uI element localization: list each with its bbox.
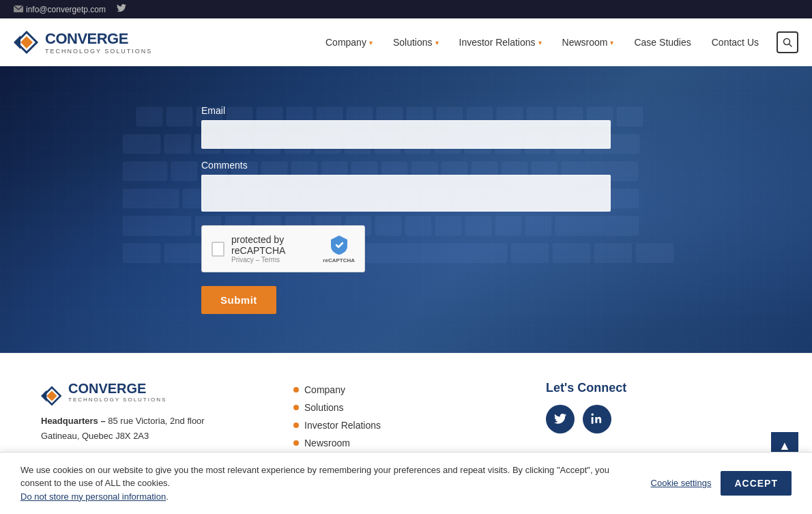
comments-group: Comments — [201, 160, 611, 214]
navigation: CONVERGE TECHNOLOGY SOLUTIONS Company ▾ … — [0, 18, 812, 66]
svg-rect-22 — [617, 107, 643, 126]
top-bar: info@convergetp.com — [0, 0, 812, 18]
svg-rect-54 — [123, 189, 179, 208]
svg-marker-92 — [41, 390, 46, 402]
svg-marker-2 — [20, 36, 33, 48]
svg-rect-7 — [166, 107, 192, 126]
bullet-icon — [293, 405, 299, 410]
recaptcha-logo: reCAPTCHA — [323, 234, 355, 263]
logo-name: CONVERGE — [45, 30, 152, 48]
logo-sub: TECHNOLOGY SOLUTIONS — [45, 48, 152, 55]
svg-rect-83 — [164, 244, 202, 263]
recaptcha-text-block: protected by reCAPTCHA Privacy – Terms — [231, 234, 323, 263]
cookie-banner: We use cookies on our website to give yo… — [0, 452, 812, 515]
twitter-top-icon — [117, 4, 126, 14]
email-group: Email — [201, 105, 611, 149]
chevron-down-icon: ▾ — [369, 39, 373, 46]
footer-logo-icon — [41, 385, 63, 407]
connect-title: Let's Connect — [546, 381, 771, 395]
nav-item-newsroom[interactable]: Newsroom ▾ — [554, 31, 622, 53]
svg-marker-91 — [46, 390, 57, 401]
search-button[interactable] — [777, 31, 798, 53]
recaptcha-privacy-link[interactable]: Privacy — [231, 256, 254, 263]
chevron-down-icon: ▾ — [538, 39, 542, 46]
footer-address: Headquarters – 85 rue Victoria, 2nd floo… — [41, 414, 266, 444]
svg-rect-68 — [123, 216, 191, 235]
twitter-top-link[interactable] — [117, 4, 126, 14]
submit-button[interactable]: Submit — [201, 286, 276, 314]
svg-rect-23 — [123, 134, 160, 154]
recaptcha-sub-links: Privacy – Terms — [231, 256, 323, 263]
chevron-down-icon: ▾ — [435, 39, 439, 46]
email-text: info@convergetp.com — [26, 5, 106, 14]
footer-logo-sub: TECHNOLOGY SOLUTIONS — [68, 397, 166, 403]
nav-item-company[interactable]: Company ▾ — [317, 31, 381, 53]
recaptcha-terms-link[interactable]: Terms — [261, 256, 280, 263]
twitter-icon — [554, 414, 566, 425]
footer-nav-newsroom[interactable]: Newsroom — [293, 434, 519, 452]
nav-item-contact-us[interactable]: Contact Us — [704, 31, 767, 53]
email-label: Email — [201, 105, 611, 116]
recaptcha-main-text: protected by reCAPTCHA — [231, 234, 323, 256]
contact-form: Email Comments protected by reCAPTCHA Pr… — [201, 91, 611, 328]
footer-nav-solutions[interactable]: Solutions — [293, 399, 519, 416]
nav-item-solutions[interactable]: Solutions ▾ — [385, 31, 447, 53]
footer-nav-investor[interactable]: Investor Relations — [293, 416, 519, 434]
svg-rect-82 — [123, 244, 160, 263]
nav-links: Company ▾ Solutions ▾ Investor Relations… — [317, 31, 798, 53]
email-icon — [14, 5, 23, 14]
recaptcha-dash: – — [256, 256, 260, 263]
linkedin-icon — [591, 413, 603, 425]
email-input[interactable] — [201, 120, 611, 149]
footer-nav-company[interactable]: Company — [293, 381, 519, 399]
bullet-icon — [293, 387, 299, 392]
personal-info-link[interactable]: Do not store my personal information — [20, 491, 166, 502]
bullet-icon — [293, 440, 299, 446]
recaptcha-brand-label: reCAPTCHA — [323, 257, 355, 263]
hq-label: Headquarters – — [41, 416, 106, 426]
recaptcha-left: protected by reCAPTCHA Privacy – Terms — [212, 234, 323, 263]
social-icons — [546, 405, 771, 433]
bullet-icon — [293, 423, 299, 428]
accept-button[interactable]: ACCEPT — [721, 471, 792, 496]
email-link[interactable]: info@convergetp.com — [14, 5, 106, 14]
comments-label: Comments — [201, 160, 611, 171]
linkedin-link[interactable] — [583, 405, 611, 433]
hero-section: Email Comments protected by reCAPTCHA Pr… — [0, 66, 812, 353]
comments-input[interactable] — [201, 175, 611, 212]
recaptcha-checkbox[interactable] — [212, 242, 224, 257]
chevron-down-icon: ▾ — [610, 39, 613, 46]
svg-marker-3 — [14, 35, 20, 49]
nav-item-case-studies[interactable]: Case Studies — [626, 31, 699, 53]
svg-rect-89 — [636, 244, 673, 263]
svg-rect-40 — [171, 162, 197, 181]
svg-rect-24 — [164, 134, 190, 154]
cookie-message-text: We use cookies on our website to give yo… — [20, 463, 635, 504]
twitter-link[interactable] — [546, 405, 575, 433]
svg-rect-6 — [136, 107, 162, 126]
footer-logo-name: CONVERGE — [68, 381, 166, 397]
svg-rect-39 — [123, 162, 167, 181]
nav-item-investor-relations[interactable]: Investor Relations ▾ — [451, 31, 550, 53]
cookie-settings-button[interactable]: Cookie settings — [648, 475, 714, 491]
cookie-actions: Cookie settings ACCEPT — [648, 471, 792, 496]
logo[interactable]: CONVERGE TECHNOLOGY SOLUTIONS — [14, 29, 152, 55]
recaptcha-widget: protected by reCAPTCHA Privacy – Terms r… — [201, 225, 365, 272]
svg-line-5 — [789, 44, 792, 47]
chevron-up-icon: ▲ — [779, 439, 791, 453]
